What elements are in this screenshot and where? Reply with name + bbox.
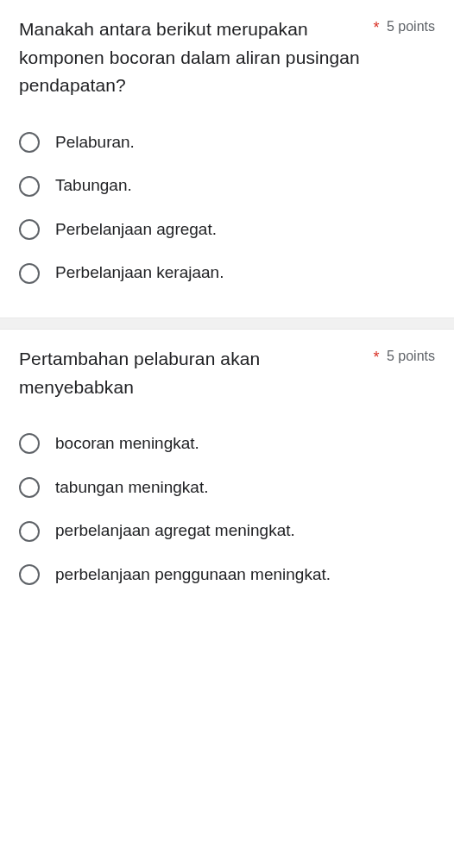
radio-icon xyxy=(19,219,40,240)
option-label: bocoran meningkat. xyxy=(55,432,199,456)
option-label: Perbelanjaan agregat. xyxy=(55,218,217,242)
question-card: Pertambahan pelaburan akan menyebabkan *… xyxy=(0,330,454,619)
radio-option[interactable]: perbelanjaan penggunaan meningkat. xyxy=(19,553,435,597)
option-label: Pelaburan. xyxy=(55,131,135,154)
points-label: 5 points xyxy=(387,349,435,363)
radio-option[interactable]: tabungan meningkat. xyxy=(19,466,435,510)
question-header: Manakah antara berikut merupakan kompone… xyxy=(19,16,435,100)
question-text: Pertambahan pelaburan akan menyebabkan xyxy=(19,345,366,401)
question-meta: * 5 points xyxy=(373,349,435,367)
radio-icon xyxy=(19,564,40,585)
question-meta: * 5 points xyxy=(373,19,435,37)
radio-icon xyxy=(19,521,40,542)
points-label: 5 points xyxy=(387,19,435,34)
card-divider xyxy=(0,318,454,330)
option-label: Tabungan. xyxy=(55,174,132,198)
options-group: bocoran meningkat. tabungan meningkat. p… xyxy=(19,422,435,596)
radio-option[interactable]: Pelaburan. xyxy=(19,121,435,165)
radio-icon xyxy=(19,433,40,454)
option-label: Perbelanjaan kerajaan. xyxy=(55,261,224,285)
radio-icon xyxy=(19,477,40,498)
radio-option[interactable]: perbelanjaan agregat meningkat. xyxy=(19,509,435,553)
radio-option[interactable]: Tabungan. xyxy=(19,164,435,208)
required-marker: * xyxy=(373,19,379,36)
option-label: perbelanjaan agregat meningkat. xyxy=(55,519,295,543)
radio-option[interactable]: Perbelanjaan kerajaan. xyxy=(19,251,435,295)
question-header: Pertambahan pelaburan akan menyebabkan *… xyxy=(19,345,435,401)
option-label: perbelanjaan penggunaan meningkat. xyxy=(55,563,331,587)
radio-icon xyxy=(19,176,40,197)
required-marker: * xyxy=(373,349,379,366)
options-group: Pelaburan. Tabungan. Perbelanjaan agrega… xyxy=(19,121,435,295)
question-text: Manakah antara berikut merupakan kompone… xyxy=(19,16,366,100)
option-label: tabungan meningkat. xyxy=(55,476,208,500)
radio-option[interactable]: bocoran meningkat. xyxy=(19,422,435,466)
question-card: Manakah antara berikut merupakan kompone… xyxy=(0,0,454,318)
radio-icon xyxy=(19,263,40,284)
radio-icon xyxy=(19,132,40,153)
radio-option[interactable]: Perbelanjaan agregat. xyxy=(19,208,435,252)
